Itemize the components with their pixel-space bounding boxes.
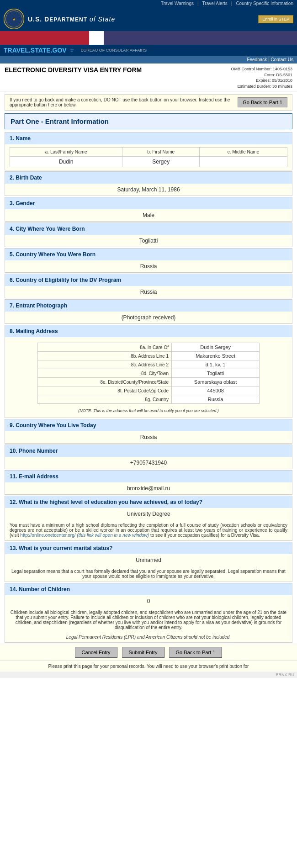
section-children-content: 0 (5, 595, 292, 607)
cancel-entry-button[interactable]: Cancel Entry (75, 647, 117, 658)
section-photograph-header: 7. Entrant Photograph (5, 300, 292, 312)
address-note: (NOTE: This is the address that will be … (10, 407, 287, 415)
education-value: University Degree (127, 511, 170, 517)
country-info-link[interactable]: Country Specific Information (236, 1, 293, 6)
bottom-button-row: Cancel Entry Submit Entry Go Back to Par… (0, 644, 297, 661)
section-country-eligibility-title: 6. Country of Eligibility for the DV Pro… (10, 277, 287, 283)
first-name-value: Sergey (122, 157, 200, 167)
addr1-value: Makarenko Street (171, 352, 259, 360)
children-info2: Legal Permanent Residents (LPR) and Amer… (5, 633, 292, 642)
care-of-value: Dudin Sergey (171, 343, 259, 352)
photograph-value: (Photograph received) (122, 314, 176, 321)
section-education: 12. What is the highest level of educati… (5, 496, 292, 541)
feedback-link[interactable]: Feedback (247, 57, 267, 62)
address-row-addr2: 8c. Address Line 2 d.1, kv. 1 (37, 360, 259, 369)
travel-warnings-link[interactable]: Travel Warnings (161, 1, 194, 6)
city-label: 8d. City/Town (37, 369, 171, 378)
contact-link[interactable]: Contact Us (271, 57, 293, 62)
section-birthdate-content: Saturday, March 11, 1986 (5, 184, 292, 196)
link-note: (this link will open in a new window) (77, 533, 149, 538)
address-row-city: 8d. City/Town Togliatti (37, 369, 259, 378)
section-country-today: 9. Country Where You Live Today Russia (5, 419, 292, 444)
section-email: 11. E-mail Address bronxide@mail.ru (5, 470, 292, 495)
section-name: 1. Name a. Last/Family Name b. First Nam… (5, 132, 292, 170)
section-phone: 10. Phone Number +79057431940 (5, 445, 292, 469)
addr-country-label: 8g. Country (37, 395, 171, 404)
address-row-addr1: 8b. Address Line 1 Makarenko Street (37, 352, 259, 360)
address-table: 8a. In Care Of Dudin Sergey 8b. Address … (37, 343, 260, 404)
omb-info: OMB Control Number: 1405-0153 Form: DS-5… (231, 66, 292, 89)
section-marital: 13. What is your current marital status?… (5, 542, 292, 582)
address-row-postal: 8f. Postal Code/Zip Code 445008 (37, 386, 259, 395)
flag-banner (0, 31, 297, 45)
section-phone-header: 10. Phone Number (5, 445, 292, 457)
children-info-text1: Children include all biological children… (11, 610, 286, 630)
part-header: Part One - Entrant Information (5, 113, 292, 129)
section-education-title: 12. What is the highest level of educati… (10, 499, 287, 505)
go-back-top-button[interactable]: Go Back to Part 1 (238, 97, 287, 107)
section-email-content: bronxide@mail.ru (5, 482, 292, 494)
children-value: 0 (147, 598, 150, 604)
section-mailing-address: 8. Mailing Address 8a. In Care Of Dudin … (5, 325, 292, 418)
address-row-district: 8e. District/County/Province/State Samar… (37, 378, 259, 386)
section-country-eligibility-content: Russia (5, 286, 292, 298)
section-phone-title: 10. Phone Number (10, 448, 287, 454)
last-name-value: Dudin (10, 157, 122, 167)
section-email-title: 11. E-mail Address (10, 473, 287, 480)
section-birthdate: 2. Birth Date Saturday, March 11, 1986 (5, 171, 292, 196)
feedback-bar: Feedback | Contact Us (0, 56, 297, 64)
education-info: You must have a minimum of a high school… (5, 520, 292, 540)
section-gender: 3. Gender Male (5, 197, 292, 222)
addr-country-value: Russia (171, 395, 259, 404)
district-label: 8e. District/County/Province/State (37, 378, 171, 386)
section-country-eligibility-header: 6. Country of Eligibility for the DV Pro… (5, 274, 292, 286)
part-header-title: Part One - Entrant Information (11, 117, 286, 125)
section-name-content: a. Last/Family Name b. First Name c. Mid… (5, 144, 292, 170)
address-row-country: 8g. Country Russia (37, 395, 259, 404)
site-header: ★ U.S. DEPARTMENT of State Enroll in STE… (0, 7, 297, 31)
back-notice-text: If you need to go back and make a correc… (10, 97, 233, 107)
city-value: Togliatti (171, 369, 259, 378)
section-children-header: 14. Number of Children (5, 583, 292, 595)
children-info1: Children include all biological children… (5, 607, 292, 633)
go-back-bottom-button[interactable]: Go Back to Part 1 (169, 647, 223, 658)
country-eligibility-value: Russia (140, 289, 157, 295)
section-country-born-title: 5. Country Where You Were Born (10, 251, 287, 258)
watermark-text: BRNX.RU (276, 672, 294, 677)
section-education-header: 12. What is the highest level of educati… (5, 496, 292, 508)
section-children-title: 14. Number of Children (10, 586, 287, 593)
section-country-born: 5. Country Where You Were Born Russia (5, 248, 292, 273)
country-born-value: Russia (140, 263, 157, 270)
section-city-born-title: 4. City Where You Were Born (10, 226, 287, 232)
section-gender-title: 3. Gender (10, 200, 287, 206)
marital-info-text: Legal separation means that a court has … (11, 569, 286, 579)
section-mailing-address-title: 8. Mailing Address (10, 328, 287, 334)
site-name-label: TRAVEL.STATE.GOV (4, 47, 67, 54)
watermark: BRNX.RU (0, 672, 297, 678)
section-photograph-content: (Photograph received) (5, 312, 292, 323)
section-photograph-title: 7. Entrant Photograph (10, 302, 287, 309)
onet-link[interactable]: http://online.onetcenter.org/ (20, 533, 75, 538)
back-notice: If you need to go back and make a correc… (5, 94, 292, 111)
section-country-today-header: 9. Country Where You Live Today (5, 419, 292, 431)
print-notice-text: Please print this page for your personal… (48, 664, 249, 669)
print-notice: Please print this page for your personal… (0, 661, 297, 672)
section-mailing-address-content: 8a. In Care Of Dudin Sergey 8b. Address … (5, 337, 292, 418)
section-email-header: 11. E-mail Address (5, 471, 292, 482)
country-today-value: Russia (140, 434, 157, 440)
addr2-label: 8c. Address Line 2 (37, 360, 171, 369)
phone-value: +79057431940 (130, 460, 167, 466)
section-country-born-header: 5. Country Where You Were Born (5, 249, 292, 260)
section-city-born: 4. City Where You Were Born Togliatti (5, 222, 292, 247)
dept-seal: ★ (4, 9, 24, 29)
section-mailing-address-header: 8. Mailing Address (5, 325, 292, 337)
submit-entry-button[interactable]: Submit Entry (122, 647, 164, 658)
section-city-born-content: Togliatti (5, 235, 292, 247)
travel-alerts-link[interactable]: Travel Alerts (202, 1, 228, 6)
section-birthdate-title: 2. Birth Date (10, 175, 287, 181)
section-gender-header: 3. Gender (5, 197, 292, 209)
first-name-label: b. First Name (122, 148, 200, 157)
section-phone-content: +79057431940 (5, 457, 292, 469)
section-birthdate-header: 2. Birth Date (5, 172, 292, 184)
marital-info: Legal separation means that a court has … (5, 566, 292, 582)
